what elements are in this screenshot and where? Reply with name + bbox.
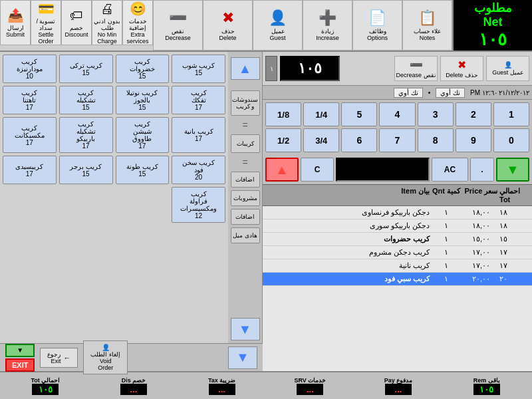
increase-button[interactable]: ➕ زيادة Increase: [303, 0, 352, 51]
dis-label: خصم Dis: [122, 377, 146, 384]
num-3[interactable]: 3: [418, 102, 454, 126]
table-row[interactable]: ٢٠ ٢٠,٠٠ ١ كريب سبي فود: [263, 273, 532, 286]
num-9[interactable]: 9: [456, 128, 491, 152]
tag2-button[interactable]: نك أوي: [394, 88, 423, 98]
cat-crepe-tafak[interactable]: كريب تفكك 17: [172, 86, 225, 114]
num-1-2[interactable]: 1/2: [265, 128, 301, 152]
num-display-row: 👤 عميل Guest ✖ حذف Delete ➖ نقص Decrease…: [263, 52, 532, 85]
num-4[interactable]: 4: [379, 102, 415, 126]
settle-order-button[interactable]: 💳 تسوية /سداد Settle Order: [31, 0, 61, 45]
cat-nav-down[interactable]: ▼: [228, 346, 257, 369]
srv-label: خدمات SRV: [294, 377, 326, 384]
num-0[interactable]: 0: [493, 128, 529, 152]
table-row[interactable]: ١٨ ١٨,٠٠ ١ دجكن باربيكو فرنساوى: [263, 206, 532, 219]
dot-button[interactable]: .: [470, 158, 494, 182]
sidebar-extras[interactable]: اضافات: [231, 172, 260, 188]
cat-crepe-strawberry[interactable]: كريب فراولة ومكسيسرات 12: [172, 187, 225, 223]
screen-value: ١٠٥: [298, 60, 322, 77]
sidebar-sandwiches[interactable]: سندوشات و كريب: [231, 90, 260, 116]
cat-crepe-tuna[interactable]: كريب طونة 15: [116, 156, 170, 184]
num-1-4[interactable]: 1/4: [303, 102, 339, 126]
numpad: 1 2 3 4 5 1/4 1/8 0 9 8 7 6 3/4 1/2: [263, 100, 532, 155]
guest-button[interactable]: 👤 عميل Guest: [253, 0, 303, 51]
num-8[interactable]: 8: [418, 128, 454, 152]
num-1-8[interactable]: 1/8: [265, 102, 301, 126]
sidebar-extras2[interactable]: اضافات: [231, 209, 260, 225]
notes-icon: 📋: [418, 9, 436, 27]
nav-down-button[interactable]: ▼: [231, 318, 260, 340]
num-5[interactable]: 5: [341, 102, 377, 126]
guest-small-button[interactable]: 👤 عميل Guest: [486, 56, 529, 81]
decrease-small-button[interactable]: ➖ نقص Decrease: [394, 56, 438, 81]
bottom-bar: باقى Rem ١٠٥ مدفوع Pay ... خدمات SRV ...…: [0, 371, 532, 399]
num-1[interactable]: 1: [493, 102, 529, 126]
cat-crepe-chicken-taouk[interactable]: كريب شيشن طاووق 17: [116, 117, 170, 153]
delete-small-button[interactable]: ✖ حذف Delete: [440, 56, 483, 81]
table-row[interactable]: ١٥ ١٥,٠٠ ١ كريب حضروات: [263, 233, 532, 246]
ac-button[interactable]: AC: [432, 158, 468, 182]
void-icon: 👤: [102, 344, 110, 351]
rem-field: باقى Rem ١٠٥: [444, 377, 529, 395]
cat-crepe-turkey[interactable]: كريب تركى 15: [59, 55, 113, 83]
dis-value: ...: [120, 384, 147, 395]
sidebar-happy-meal[interactable]: هادى ميل: [231, 227, 260, 243]
discount-button[interactable]: 🏷 خصم Discount: [61, 0, 92, 45]
cat-crepe-burger[interactable]: كريب برجر 15: [59, 156, 113, 184]
net-value: ١٠٥: [479, 29, 507, 50]
nav-up-button[interactable]: ▲: [231, 57, 260, 80]
decrease-label: نقص Decrease: [165, 28, 191, 41]
extra-services-button[interactable]: 😊 خدمات إضافية Extra services: [122, 0, 153, 45]
tag1-button[interactable]: نك أوي: [436, 88, 465, 98]
cat-crepe-bania[interactable]: كريب بانية 17: [172, 117, 225, 153]
sidebar-crepes[interactable]: كريبات: [231, 134, 260, 153]
left-panel: 👤 عميل Guest ✖ حذف Delete ➖ نقص Decrease…: [263, 52, 532, 371]
table-row[interactable]: ١٧ ١٧,٠٠ ١ كريب دجكن مشروم: [263, 246, 532, 259]
extra-services-icon: 😊: [130, 1, 146, 17]
delete-button[interactable]: ✖ حذف Delete: [203, 0, 253, 51]
options-button[interactable]: 📄 وظائف Options: [352, 0, 402, 51]
submit-icon: 📤: [7, 7, 24, 23]
sidebar-drinks[interactable]: مشروبات: [231, 190, 260, 206]
total-label: احمالي Tot: [31, 377, 60, 384]
decrease-button[interactable]: ➖ نقص Decrease: [153, 0, 203, 51]
cat-crepe-hot-food[interactable]: كريب سخن فود 20: [172, 156, 225, 184]
increase-icon: ➕: [319, 9, 336, 27]
num-6[interactable]: 6: [341, 128, 377, 152]
down-arrow-button[interactable]: ▼: [496, 158, 529, 182]
down-nav-button2[interactable]: ▼: [5, 344, 35, 357]
num-3-4[interactable]: 3/4: [303, 128, 339, 152]
cat-crepe-modern[interactable]: كريب مودارنيزة 10: [3, 55, 57, 83]
table-row[interactable]: ١٧ ١٧,٠٠ ١ كريب نانية: [263, 259, 532, 273]
net-label: مطلوب: [474, 1, 512, 15]
input-screen: [336, 158, 430, 182]
c-button[interactable]: C: [301, 158, 334, 182]
submit-button[interactable]: 📤 ارسال Submit: [0, 0, 31, 45]
no-min-button[interactable]: 🖨 بدون ادني طلب No Min Charge: [92, 0, 122, 45]
cat-crepe-mexican[interactable]: كريب مكسيكانت 17: [3, 117, 57, 153]
exit-button[interactable]: EXIT: [5, 358, 35, 372]
guest-icon: 👤: [269, 9, 287, 27]
notes-button[interactable]: 📋 علاء حساب Notes: [402, 0, 452, 51]
total-value: ١٠٥: [32, 384, 59, 395]
back-button[interactable]: ← رجوع Exit: [40, 348, 78, 368]
back-icon: ←: [63, 354, 70, 362]
discount-icon: 🏷: [70, 8, 83, 23]
cat-crepe-nutella[interactable]: كريب نوتيلا بالجوز 15: [116, 86, 170, 114]
cat-crepe-tahina[interactable]: كريب تاهتنا 17: [3, 86, 57, 114]
void-order-button[interactable]: 👤 إلغاء الطلب Void Order: [83, 340, 128, 374]
num-7[interactable]: 7: [379, 128, 415, 152]
num-2[interactable]: 2: [456, 102, 491, 126]
cat-crepeside[interactable]: كريبسيدى 17: [3, 156, 57, 184]
delete-small-icon: ✖: [458, 59, 466, 71]
date-row: ٢١/١٢/٢٠١٢ ١٢:٦٠ PM نك أوي • نك أوي: [263, 85, 532, 100]
cat-crepe-bbq[interactable]: كريب تشكيله باربيكو 17: [59, 117, 113, 153]
table-row[interactable]: ١٨ ١٨,٠٠ ١ دجكن باربيكو سورى: [263, 219, 532, 233]
net-sublabel: Net: [483, 15, 503, 29]
cat-crepe-selection[interactable]: كريب تشكيله 15: [59, 86, 113, 114]
decrease-icon: ➖: [169, 9, 187, 27]
net-display: مطلوب Net ١٠٥: [452, 0, 532, 51]
up-arrow-button[interactable]: ▲: [265, 158, 299, 182]
cat-crepe-veggies[interactable]: كريب خضروات 15: [116, 55, 170, 83]
delete-small-label: حذف Delete: [446, 72, 478, 78]
cat-crepe-shoub[interactable]: كريب شوب 15: [172, 55, 225, 83]
